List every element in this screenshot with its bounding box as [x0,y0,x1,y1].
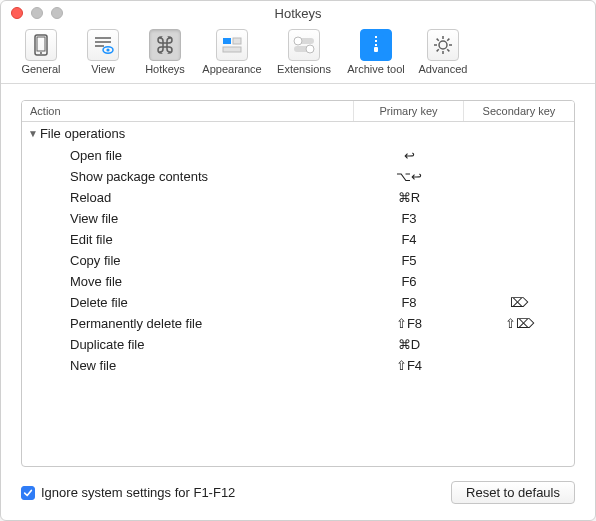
list-eye-icon [87,29,119,61]
table-row[interactable]: Open file↩ [22,145,574,166]
minimize-button[interactable] [31,7,43,19]
primary-key-cell[interactable]: ⇧F4 [354,358,464,373]
secondary-key-cell[interactable] [464,148,574,163]
command-icon [149,29,181,61]
secondary-key-cell[interactable] [464,232,574,247]
table-row[interactable]: Show package contents⌥↩ [22,166,574,187]
svg-rect-17 [374,47,378,52]
table-row[interactable]: Delete fileF8⌦ [22,292,574,313]
table-header: Action Primary key Secondary key [22,101,574,122]
action-cell: Move file [22,274,354,289]
gear-icon [427,29,459,61]
table-body: ▼ File operations Open file↩Show package… [22,122,574,458]
action-cell: Reload [22,190,354,205]
primary-key-cell[interactable]: F4 [354,232,464,247]
group-row[interactable]: ▼ File operations [22,122,574,145]
toolbar-item-view[interactable]: View [73,27,133,79]
zip-icon [360,29,392,61]
toolbar-item-appearance[interactable]: Appearance [197,27,267,79]
action-cell: Show package contents [22,169,354,184]
phone-icon [25,29,57,61]
close-button[interactable] [11,7,23,19]
hotkeys-table: Action Primary key Secondary key ▼ File … [21,100,575,467]
toolbar-item-label: View [91,63,115,75]
secondary-key-cell[interactable] [464,253,574,268]
toolbar: GeneralViewHotkeysAppearanceExtensionsAr… [1,25,595,84]
primary-key-cell[interactable]: ⇧F8 [354,316,464,331]
table-row[interactable]: Move fileF6 [22,271,574,292]
secondary-key-cell[interactable] [464,211,574,226]
primary-key-cell[interactable]: F5 [354,253,464,268]
action-cell: View file [22,211,354,226]
col-secondary[interactable]: Secondary key [464,101,574,121]
ignore-fn-checkbox[interactable]: Ignore system settings for F1-F12 [21,485,235,500]
primary-key-cell[interactable]: F8 [354,295,464,310]
svg-point-2 [40,52,42,54]
secondary-key-cell[interactable]: ⇧⌦ [464,316,574,331]
svg-line-22 [437,49,439,51]
primary-key-cell[interactable]: ⌘R [354,190,464,205]
svg-point-14 [306,45,314,53]
svg-rect-8 [223,38,231,44]
table-row[interactable]: Reload⌘R [22,187,574,208]
table-row[interactable]: Copy fileF5 [22,250,574,271]
disclosure-triangle-icon[interactable]: ▼ [28,128,38,139]
toolbar-item-general[interactable]: General [11,27,71,79]
action-cell: Duplicate file [22,337,354,352]
group-name: File operations [40,126,125,141]
primary-key-cell[interactable]: F3 [354,211,464,226]
toolbar-item-advanced[interactable]: Advanced [413,27,473,79]
svg-point-7 [106,48,109,51]
svg-point-12 [294,37,302,45]
toolbar-item-label: General [21,63,60,75]
toolbar-item-archive-tool[interactable]: Archive tool [341,27,411,79]
action-cell: Permanently delete file [22,316,354,331]
traffic-lights [11,7,63,19]
action-cell: Open file [22,148,354,163]
table-row[interactable]: Permanently delete file⇧F8⇧⌦ [22,313,574,334]
preferences-window: Hotkeys GeneralViewHotkeysAppearanceExte… [0,0,596,521]
svg-line-26 [447,39,449,41]
titlebar: Hotkeys [1,1,595,25]
toolbar-item-label: Archive tool [347,63,404,75]
panels-icon [216,29,248,61]
table-row[interactable]: Edit fileF4 [22,229,574,250]
primary-key-cell[interactable]: ⌥↩ [354,169,464,184]
primary-key-cell[interactable]: ↩ [354,148,464,163]
primary-key-cell[interactable]: ⌘D [354,337,464,352]
toolbar-item-extensions[interactable]: Extensions [269,27,339,79]
toolbar-item-hotkeys[interactable]: Hotkeys [135,27,195,79]
col-primary[interactable]: Primary key [354,101,464,121]
action-cell: Edit file [22,232,354,247]
toolbar-item-label: Appearance [202,63,261,75]
svg-line-20 [447,49,449,51]
primary-key-cell[interactable]: F6 [354,274,464,289]
reset-button[interactable]: Reset to defauls [451,481,575,504]
table-row[interactable]: View fileF3 [22,208,574,229]
secondary-key-cell[interactable] [464,274,574,289]
secondary-key-cell[interactable] [464,337,574,352]
action-cell: Delete file [22,295,354,310]
table-row[interactable]: New file⇧F4 [22,355,574,376]
footer: Ignore system settings for F1-F12 Reset … [21,467,575,504]
svg-rect-9 [233,38,241,44]
secondary-key-cell[interactable]: ⌦ [464,295,574,310]
checkbox-icon [21,486,35,500]
checkbox-label: Ignore system settings for F1-F12 [41,485,235,500]
table-row[interactable]: Duplicate file⌘D [22,334,574,355]
toggles-icon [288,29,320,61]
action-cell: Copy file [22,253,354,268]
col-action[interactable]: Action [22,101,354,121]
action-cell: New file [22,358,354,373]
toolbar-item-label: Advanced [419,63,468,75]
window-title: Hotkeys [9,6,587,21]
zoom-button[interactable] [51,7,63,19]
svg-rect-1 [37,37,45,51]
content: Action Primary key Secondary key ▼ File … [1,84,595,520]
secondary-key-cell[interactable] [464,169,574,184]
toolbar-item-label: Hotkeys [145,63,185,75]
secondary-key-cell[interactable] [464,358,574,373]
svg-line-24 [437,39,439,41]
svg-point-18 [439,41,447,49]
secondary-key-cell[interactable] [464,190,574,205]
